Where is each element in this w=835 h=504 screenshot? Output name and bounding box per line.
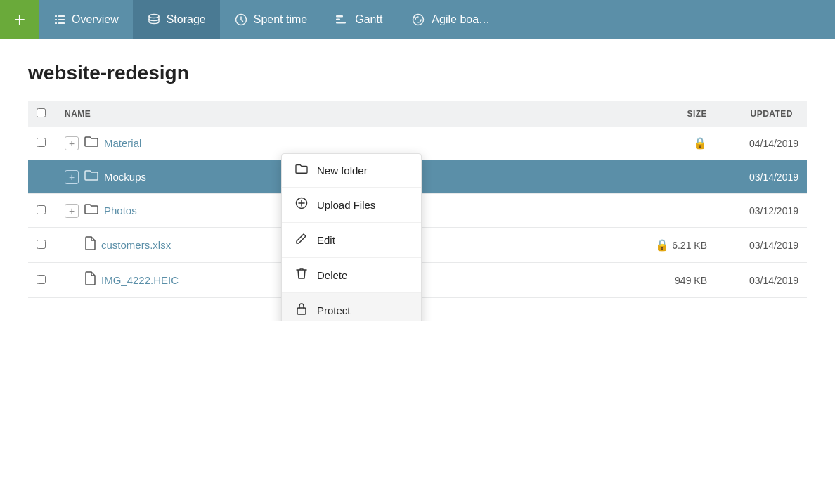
folder-icon [84,135,98,148]
page-content: website-redesign NAME SIZE UPDATED + Mat [0,39,835,321]
row-size-cell: 🔒 6.21 KB [645,228,716,263]
database-icon [147,13,161,27]
gantt-icon [335,15,349,25]
row-size-cell [645,160,716,194]
nav-item-agile[interactable]: Agile boa… [396,0,504,39]
row-size-cell: 🔒 [645,127,716,160]
file-icon [84,271,96,285]
lock-icon: 🔒 [693,137,707,149]
list-icon [53,13,66,26]
row-checkbox[interactable] [37,275,46,284]
ctx-edit-icon [295,232,308,245]
file-icon [84,271,96,289]
ctx-trash-icon [294,267,309,283]
row-size-cell: 949 KB [645,263,716,298]
folder-icon [84,169,98,181]
svg-rect-5 [58,22,65,24]
header-size: SIZE [645,101,716,127]
svg-rect-4 [55,22,57,24]
row-updated-cell: 03/12/2019 [716,194,807,228]
ctx-item-edit[interactable]: Edit [282,223,421,258]
nav-item-overview[interactable]: Overview [39,0,133,39]
expand-button[interactable]: + [65,136,79,150]
ctx-trash-icon [296,267,307,280]
svg-rect-3 [58,19,65,20]
ctx-folder-icon [295,163,308,174]
ctx-item-protect[interactable]: Protect [282,293,421,321]
svg-rect-13 [297,308,306,314]
context-menu: New folder Upload Files Edit Delete Prot… [281,153,422,321]
nav-agile-label: Agile boa… [432,13,490,26]
nav-gantt-label: Gantt [355,13,382,26]
select-all-checkbox[interactable] [37,108,46,117]
ctx-plus-circle-icon [295,197,308,209]
table-body: + Material 🔒 04/14/2019 + Mockups [28,127,807,298]
table-row[interactable]: + Mockups New folder Upload Files Edit [28,160,807,194]
topnav: + Overview Storage Spent time [0,0,835,39]
header-check [28,101,56,127]
ctx-item-delete[interactable]: Delete [282,258,421,293]
row-updated-cell: 03/14/2019 [716,228,807,263]
lock-icon: 🔒 [655,239,669,251]
row-check-cell [28,160,56,194]
agile-icon [410,13,426,27]
clock-icon [234,13,248,27]
file-size: 949 KB [675,275,707,286]
file-size: 6.21 KB [672,240,707,251]
header-name: NAME [56,101,645,127]
row-checkbox[interactable] [37,205,46,214]
ctx-item-label: Edit [317,234,335,246]
ctx-item-label: Upload Files [317,199,375,211]
ctx-lock-icon [294,302,309,318]
row-size-cell [645,194,716,228]
svg-point-11 [413,15,424,25]
row-checkbox[interactable] [37,240,46,249]
page-title: website-redesign [28,62,807,84]
plus-icon: + [14,10,25,30]
svg-rect-10 [336,22,346,24]
ctx-lock-icon [297,302,306,315]
row-checkbox[interactable] [37,138,46,147]
ctx-plus-circle-icon [294,197,309,213]
row-check-cell [28,263,56,298]
folder-icon [84,135,98,151]
file-name[interactable]: customers.xlsx [101,239,171,251]
expand-button[interactable]: + [65,204,79,218]
add-button[interactable]: + [0,0,39,39]
header-updated: UPDATED [716,101,807,127]
file-name[interactable]: IMG_4222.HEIC [101,274,179,286]
row-updated-cell: 04/14/2019 [716,127,807,160]
ctx-item-upload-files[interactable]: Upload Files [282,188,421,223]
file-name[interactable]: Photos [104,205,137,217]
row-name-cell: + Mockups New folder Upload Files Edit [56,160,645,194]
file-updated: 03/14/2019 [749,172,798,183]
svg-point-6 [149,15,159,18]
ctx-edit-icon [294,232,309,248]
file-name[interactable]: Material [104,137,141,149]
file-icon [84,236,96,254]
nav-item-gantt[interactable]: Gantt [321,0,396,39]
file-updated: 03/14/2019 [749,275,798,286]
expand-button[interactable]: + [65,170,79,184]
table-header: NAME SIZE UPDATED [28,101,807,127]
nav-overview-label: Overview [72,13,119,26]
folder-icon [84,202,98,219]
row-check-cell [28,127,56,160]
svg-rect-1 [58,15,65,17]
ctx-item-new-folder[interactable]: New folder [282,154,421,188]
ctx-folder-icon [294,163,309,178]
file-updated: 03/14/2019 [749,240,798,251]
nav-item-spent-time[interactable]: Spent time [220,0,321,39]
ctx-item-label: Protect [317,304,351,316]
svg-rect-9 [336,19,340,21]
file-icon [84,236,96,250]
ctx-item-label: New folder [317,164,368,176]
nav-item-storage[interactable]: Storage [133,0,220,39]
nav-storage-label: Storage [167,13,206,26]
ctx-item-label: Delete [317,269,347,281]
file-name[interactable]: Mockups [104,171,146,183]
file-table: NAME SIZE UPDATED + Material 🔒 04/14/20 [28,101,807,298]
nav-spent-time-label: Spent time [254,13,307,26]
svg-rect-8 [336,15,343,18]
file-updated: 04/14/2019 [749,138,798,149]
